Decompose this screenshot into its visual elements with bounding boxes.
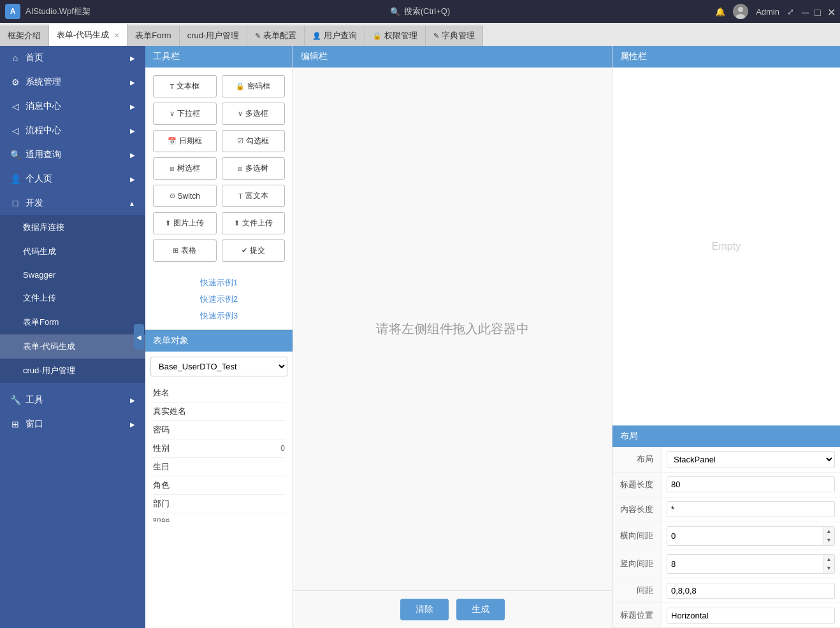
sidebar-item-file-upload[interactable]: 文件上传 (0, 286, 145, 310)
tab-form-config-label: 表单配置 (263, 30, 296, 41)
sidebar-query-label: 通用查询 (25, 149, 61, 161)
props-empty: Empty (612, 68, 840, 425)
v-spacing-down[interactable]: ▼ (823, 564, 834, 573)
app-title: AIStudio.Wpf框架 (25, 6, 91, 17)
expand-icon[interactable]: ⤢ (787, 7, 794, 17)
submit-button[interactable]: ✔ 提交 (222, 239, 286, 262)
multi-tree-icon: ⊞ (238, 166, 243, 172)
dropdown-icon: ∨ (170, 110, 175, 118)
clear-button[interactable]: 清除 (400, 599, 449, 620)
text-box-button[interactable]: T 文本框 (153, 75, 217, 97)
sidebar-item-crud-user[interactable]: crud-用户管理 (0, 359, 145, 383)
tab-user-query[interactable]: 👤 用户查询 (305, 25, 365, 46)
tab-form[interactable]: 表单Form (127, 25, 179, 46)
checkbox-button[interactable]: ☑ 勾选框 (222, 130, 286, 152)
tab-dict-label: 字典管理 (442, 30, 475, 41)
generate-button[interactable]: 生成 (456, 599, 505, 620)
dropdown-label: 下拉框 (177, 108, 200, 119)
quick-link-1[interactable]: 快速示例1 (153, 275, 285, 291)
sidebar-item-query[interactable]: 🔍 通用查询 ▶ (0, 143, 145, 167)
file-upload-icon: ⬆ (234, 219, 240, 227)
text-box-icon: T (170, 83, 174, 90)
dropdown-button[interactable]: ∨ 下拉框 (153, 103, 217, 125)
title-length-input[interactable] (667, 476, 835, 492)
sidebar-item-window[interactable]: ⊞ 窗口 ▶ (0, 412, 145, 436)
notification-icon[interactable]: 🔔 (715, 7, 725, 17)
minimize-button[interactable]: ─ (802, 8, 809, 15)
editor-placeholder: 请将左侧组件拖入此容器中 (376, 320, 529, 338)
title-bar-left: A AIStudio.Wpf框架 (5, 4, 91, 19)
field-name-username: 姓名 (153, 387, 285, 399)
field-name-dept: 部门 (153, 498, 285, 510)
tree-select-button[interactable]: ⊞ 树选框 (153, 157, 217, 180)
sidebar-item-tools[interactable]: 🔧 工具 ▶ (0, 388, 145, 412)
sidebar-item-sys-mgmt[interactable]: ⚙ 系统管理 ▶ (0, 70, 145, 94)
img-upload-label: 图片上传 (173, 218, 204, 229)
multi-tree-button[interactable]: ⊞ 多选树 (222, 157, 286, 180)
form-code-label: 表单-代码生成 (23, 341, 75, 352)
multi-select-button[interactable]: ∨ 多选框 (222, 103, 286, 125)
sidebar-item-personal[interactable]: 👤 个人页 ▶ (0, 167, 145, 191)
title-pos-value (662, 603, 840, 628)
sidebar-dev-label: 开发 (25, 197, 43, 209)
checkbox-icon: ☑ (237, 137, 243, 145)
maximize-button[interactable]: □ (815, 8, 822, 15)
tab-form-code[interactable]: 表单-代码生成 ✕ (49, 24, 127, 46)
switch-label: Switch (178, 192, 200, 201)
title-bar-right: 🔔 Admin ⤢ ─ □ ✕ (715, 4, 835, 19)
h-spacing-input[interactable] (667, 529, 823, 543)
tab-form-code-label: 表单-代码生成 (57, 29, 109, 41)
sidebar-item-form-code[interactable]: 表单-代码生成 (0, 334, 145, 359)
tab-user-query-icon: 👤 (312, 32, 321, 40)
sidebar-item-db-connect[interactable]: 数据库连接 (0, 215, 145, 239)
tab-intro[interactable]: 框架介绍 (0, 25, 49, 46)
tab-permission[interactable]: 🔒 权限管理 (365, 25, 426, 46)
v-spacing-input[interactable] (667, 557, 823, 571)
admin-label: Admin (756, 7, 779, 17)
tab-form-config[interactable]: ✎ 表单配置 (247, 25, 305, 46)
rich-text-button[interactable]: T 富文本 (222, 185, 286, 207)
sidebar-item-code-gen[interactable]: 代码生成 (0, 239, 145, 264)
h-spacing-value: ▲ ▼ (662, 522, 840, 550)
content-length-input[interactable] (667, 501, 835, 517)
quick-link-3[interactable]: 快速示例3 (153, 308, 285, 324)
tab-crud[interactable]: crud-用户管理 (180, 25, 248, 46)
v-spacing-up[interactable]: ▲ (823, 555, 834, 564)
sidebar-item-msg[interactable]: ◁ 消息中心 ▶ (0, 94, 145, 118)
tab-form-label: 表单Form (135, 30, 171, 41)
code-gen-label: 代码生成 (23, 246, 56, 257)
tab-dict[interactable]: ✎ 字典管理 (426, 25, 483, 46)
layout-dropdown[interactable]: StackPanel WrapPanel Grid (667, 452, 834, 467)
v-spacing-value: ▲ ▼ (662, 550, 840, 578)
tab-permission-icon: 🔒 (373, 32, 382, 40)
h-spacing-down[interactable]: ▼ (823, 536, 834, 545)
avatar[interactable] (733, 4, 748, 19)
sidebar-collapse-btn[interactable]: ◀ (134, 324, 144, 350)
date-picker-button[interactable]: 📅 日期框 (153, 130, 217, 152)
sidebar-item-home[interactable]: ⌂ 首页 ▶ (0, 46, 145, 70)
password-box-button[interactable]: 🔒 密码框 (222, 75, 286, 97)
quick-link-2[interactable]: 快速示例2 (153, 291, 285, 308)
v-spacing-btns: ▲ ▼ (823, 555, 834, 573)
file-upload-button[interactable]: ⬆ 文件上传 (222, 212, 286, 234)
table-button[interactable]: ⊞ 表格 (153, 239, 217, 262)
h-spacing-spinner: ▲ ▼ (667, 526, 835, 546)
switch-button[interactable]: ⊙ Switch (153, 185, 217, 207)
sidebar-item-dev[interactable]: □ 开发 ▲ (0, 191, 145, 215)
h-spacing-up[interactable]: ▲ (823, 527, 834, 536)
form-object-select[interactable]: Base_UserDTO_Test (150, 357, 287, 376)
field-name-birthday: 生日 (153, 461, 285, 473)
tab-form-code-close[interactable]: ✕ (114, 32, 119, 39)
margin-label: 间距 (612, 578, 662, 603)
sidebar-item-swagger[interactable]: Swagger (0, 264, 145, 286)
sidebar-item-flow[interactable]: ◁ 流程中心 ▶ (0, 118, 145, 143)
form-fields: 姓名 真实姓名 密码 性别 0 (145, 382, 293, 522)
msg-icon: ◁ (10, 101, 20, 111)
margin-input[interactable] (667, 583, 835, 599)
tree-select-icon: ⊞ (170, 166, 175, 172)
img-upload-button[interactable]: ⬆ 图片上传 (153, 212, 217, 234)
title-pos-input[interactable] (667, 608, 835, 624)
close-button[interactable]: ✕ (827, 8, 835, 15)
tab-form-config-icon: ✎ (255, 32, 261, 40)
sidebar-item-form-form[interactable]: 表单Form (0, 310, 145, 334)
